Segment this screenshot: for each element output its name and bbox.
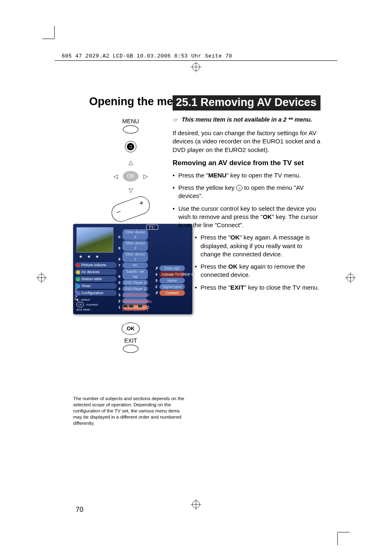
menu-key-label: MENU [73,118,188,124]
osd-footer: Connect as follows: ➝ DVD/Videorec. 1 [122,299,153,312]
nav-icon: ◐ [76,298,79,302]
pointing-hand-icon: ☞ [173,116,178,124]
osd-side-item: Picture·Volume [75,262,117,268]
chevron-down-icon: ▽ [129,187,133,193]
registration-mark-icon [345,272,356,283]
registration-mark-icon [36,272,47,283]
header-rule [55,60,337,61]
registration-mark-icon [191,62,201,72]
heading-left: Opening the menu [73,95,188,108]
remote-menu-key: MENU [73,118,188,135]
osd-device-list: 0Other device 3 9Other device 2 8Other d… [118,229,154,311]
crop-mark [337,533,338,545]
step-item: Press the "EXIT" key to close the TV men… [195,283,321,292]
remote-nav-cluster: △ ◁ OK ▷ ▽ [73,160,188,193]
osd-sidebar: Picture·Volume AV devices Station table … [75,261,117,297]
osd-stars: ★ ★ ★ [79,254,101,259]
page-number: 70 [76,506,83,514]
volume-rocker-icon [109,194,152,224]
chevron-left-icon: ◁ [113,173,118,180]
step-item: Press the "MENU" key to open the TV menu… [173,171,321,180]
oval-button-icon [123,345,138,353]
step-item: Press the yellow key ♫ to open the menu … [173,184,321,200]
remote-yellow-key [73,141,188,154]
ok-button-icon: OK [122,322,140,335]
music-note-icon: ♫ [236,185,242,191]
chevron-right-icon: ▷ [143,173,148,180]
step-item: Press the OK key again to remove the con… [195,263,321,279]
crop-mark [54,26,55,38]
crop-mark [42,39,55,39]
oval-button-icon [123,125,138,134]
osd-preview-thumb [76,227,113,253]
osd-hint: ◐ :select OK :connect and clear.. [76,297,98,312]
registration-mark-icon [191,499,201,510]
step-item: Use the cursor control key to select the… [173,205,321,230]
osd-side-item: AV devices [75,269,117,275]
heading-right: 25.1 Removing AV Devices [173,95,321,111]
music-note-icon [125,141,136,152]
ok-key-icon: OK [122,170,139,182]
osd-side-item: Timer [75,283,117,289]
subheading: Removing an AV device from the TV set [173,159,321,167]
step-item: Press the "OK" key again. A message is d… [195,233,321,258]
note-line: ☞ This menu item is not available in a 2… [173,116,321,124]
footnote-text: The number of subjects and sections depe… [73,396,188,426]
intro-paragraph: If desired, you can change the factory s… [173,129,321,154]
crop-mark [337,532,350,532]
print-header: 605 47 2029.A2 LCD-GB 10.03.2006 8:53 Uh… [62,53,232,59]
osd-side-item: Configuration [75,290,117,296]
exit-key-label: EXIT [73,337,188,344]
note-text: This menu item is not available in a 2 *… [182,116,312,124]
osd-side-item: Station table [75,276,117,282]
chevron-up-icon: △ [129,159,133,166]
